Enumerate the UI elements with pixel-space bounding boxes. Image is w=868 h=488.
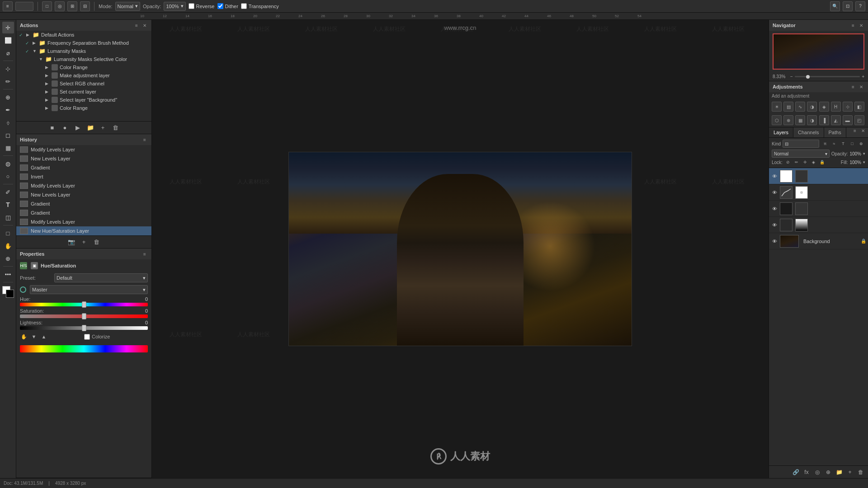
filter-text-btn[interactable]: T xyxy=(839,140,847,148)
history-item[interactable]: Gradient xyxy=(16,208,151,217)
layer-item-background[interactable]: 👁 Background 🔒 xyxy=(769,233,868,249)
saturation-slider[interactable] xyxy=(20,314,148,318)
btn-square[interactable]: □ xyxy=(42,1,52,11)
adj-huesat-btn[interactable]: H xyxy=(831,102,841,112)
adj-exposure-btn[interactable]: ◑ xyxy=(807,102,817,112)
tab-paths[interactable]: Paths xyxy=(824,127,846,137)
brush-tool[interactable]: ✒ xyxy=(2,104,14,116)
new-group-btn[interactable]: 📁 xyxy=(835,468,844,477)
shape-tool[interactable]: □ xyxy=(2,227,14,239)
adj-close-btn[interactable]: ✕ xyxy=(858,84,864,90)
adj-selective-btn[interactable]: ◰ xyxy=(854,115,864,125)
channel-dropdown[interactable]: Master ▾ xyxy=(30,285,148,294)
blend-mode-dropdown[interactable]: Normal ▾ xyxy=(772,150,830,158)
history-item[interactable]: New Levels Layer xyxy=(16,154,151,163)
adj-posterize-btn[interactable]: ▐ xyxy=(819,115,829,125)
crop-tool[interactable]: ⊹ xyxy=(2,63,14,75)
app-menu-btn[interactable]: ≡ xyxy=(3,1,13,11)
action-item[interactable]: ▶ Select RGB channel xyxy=(16,80,151,88)
history-item[interactable]: New Levels Layer xyxy=(16,190,151,199)
gradient-tool[interactable]: ▦ xyxy=(2,142,14,154)
background-color[interactable] xyxy=(6,290,14,298)
visibility-icon[interactable]: 👁 xyxy=(771,206,778,211)
navigator-close-btn[interactable]: ✕ xyxy=(858,22,864,28)
adj-brightness-btn[interactable]: ☀ xyxy=(772,102,782,112)
preset-dropdown[interactable]: Default ▾ xyxy=(54,273,148,282)
new-layer-btn[interactable]: + xyxy=(79,237,89,247)
darken-btn[interactable]: ▼ xyxy=(30,333,38,341)
filter-pixel-btn[interactable]: π xyxy=(821,140,829,148)
zoom-handle[interactable] xyxy=(806,75,810,79)
zoom-in-icon[interactable]: + xyxy=(862,74,864,79)
history-menu-btn[interactable]: ≡ xyxy=(142,136,148,143)
adj-gradientmap-btn[interactable]: ▬ xyxy=(843,115,853,125)
visibility-icon[interactable]: 👁 xyxy=(771,239,778,244)
lock-position-btn[interactable]: ✛ xyxy=(802,159,809,166)
adj-bw-btn[interactable]: ◧ xyxy=(854,102,864,112)
action-item[interactable]: ✓ ▶ 📁 Default Actions xyxy=(16,31,151,39)
canvas-area[interactable]: 人人素材社区 人人素材社区 人人素材社区 人人素材社区 人人素材社区 人人素材社… xyxy=(152,20,769,478)
window-btn[interactable]: ⊡ xyxy=(843,1,853,11)
adj-phfilter-btn[interactable]: ⬡ xyxy=(772,115,782,125)
delete-action-btn[interactable]: 🗑 xyxy=(111,123,121,133)
lightness-slider[interactable] xyxy=(20,326,148,330)
lightness-handle[interactable] xyxy=(82,325,86,331)
adj-colorlookup-btn[interactable]: ▦ xyxy=(795,115,805,125)
kind-dropdown[interactable]: ⊟ xyxy=(783,140,819,148)
hue-handle[interactable] xyxy=(82,301,86,308)
visibility-icon[interactable]: 👁 xyxy=(771,174,778,179)
color-swatches[interactable] xyxy=(2,286,14,298)
eraser-tool[interactable]: ◻ xyxy=(2,129,14,141)
lighten-btn[interactable]: ▲ xyxy=(40,333,48,341)
marquee-tool[interactable]: ⬜ xyxy=(2,34,14,46)
btn-grid[interactable]: ⊞ xyxy=(67,1,77,11)
properties-menu-btn[interactable]: ≡ xyxy=(142,251,148,257)
lock-pixels-btn[interactable]: ✏ xyxy=(793,159,800,166)
filter-shape-btn[interactable]: □ xyxy=(848,140,856,148)
colorize-checkbox[interactable] xyxy=(84,334,90,340)
delete-history-btn[interactable]: 🗑 xyxy=(92,237,102,247)
reverse-checkbox[interactable] xyxy=(189,3,194,9)
clone-tool[interactable]: ⎀ xyxy=(2,117,14,128)
btn-circle[interactable]: ◎ xyxy=(55,1,65,11)
hue-slider[interactable] xyxy=(20,303,148,306)
help-btn[interactable]: ? xyxy=(855,1,865,11)
actions-menu-btn[interactable]: ≡ xyxy=(133,22,140,28)
more-tools[interactable]: ••• xyxy=(2,268,14,280)
adj-channelmix-btn[interactable]: ⊕ xyxy=(783,115,793,125)
lock-transparent-btn[interactable]: ⊘ xyxy=(784,159,792,166)
layers-menu-btn[interactable]: ≡ xyxy=(852,127,858,134)
adj-curves-btn[interactable]: ∿ xyxy=(795,102,805,112)
filter-smart-btn[interactable]: ⊕ xyxy=(857,140,865,148)
action-item[interactable]: ▶ Make adjustment layer xyxy=(16,71,151,80)
search-btn[interactable]: 🔍 xyxy=(830,1,840,11)
pen-tool[interactable]: ✐ xyxy=(2,186,14,198)
action-item[interactable]: ✓ ▼ 📁 Lumansity Masks xyxy=(16,47,151,55)
history-item[interactable]: Invert xyxy=(16,172,151,181)
adj-vibrance-btn[interactable]: ◈ xyxy=(819,102,829,112)
action-item[interactable]: ▶ Color Range xyxy=(16,63,151,71)
action-item[interactable]: ▶ Select layer "Background" xyxy=(16,96,151,104)
hand-tool[interactable]: ✋ xyxy=(2,240,14,252)
transparency-checkbox[interactable] xyxy=(241,3,247,9)
text-tool[interactable]: T xyxy=(2,199,14,211)
play-btn[interactable]: ▶ xyxy=(73,123,83,133)
path-tool[interactable]: ◫ xyxy=(2,211,14,223)
add-mask-btn[interactable]: ◎ xyxy=(813,468,822,477)
action-item[interactable]: ✓ ▶ 📁 Frequency Separation Brush Method xyxy=(16,39,151,47)
adj-threshold-btn[interactable]: ◭ xyxy=(831,115,841,125)
action-folder-btn[interactable]: 📁 xyxy=(85,123,95,133)
visibility-icon[interactable]: 👁 xyxy=(771,222,778,228)
eyedropper-tool[interactable]: ✏ xyxy=(2,75,14,87)
layer-item[interactable]: 👁 xyxy=(769,217,868,233)
color-swatch[interactable] xyxy=(15,2,33,11)
healing-tool[interactable]: ⊕ xyxy=(2,91,14,103)
link-layers-btn[interactable]: 🔗 xyxy=(791,468,800,477)
adj-levels-btn[interactable]: ▤ xyxy=(783,102,793,112)
history-item[interactable]: Gradient xyxy=(16,163,151,172)
lock-artboard-btn[interactable]: ◈ xyxy=(810,159,817,166)
history-item[interactable]: Modify Levels Layer xyxy=(16,181,151,190)
new-layer-btn[interactable]: + xyxy=(845,468,854,477)
history-item[interactable]: Modify Levels Layer xyxy=(16,217,151,226)
filter-adj-btn[interactable]: ≈ xyxy=(830,140,838,148)
